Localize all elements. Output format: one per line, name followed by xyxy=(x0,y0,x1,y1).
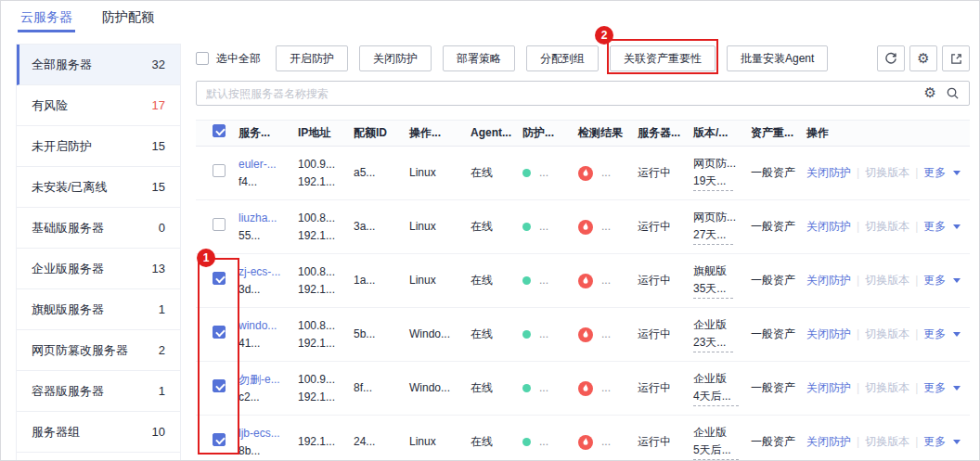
col-os: 操作... xyxy=(406,124,467,142)
server-table: 服务... IP地址 配额ID 操作... Agent... 防护... 检测结… xyxy=(196,120,970,461)
sidebar-item-unprotected[interactable]: 未开启防护 15 xyxy=(17,126,180,167)
sidebar-item-label: 企业版服务器 xyxy=(32,261,104,277)
server-name-link[interactable]: liuzha... xyxy=(239,210,294,227)
asset-importance-highlight-wrap: 2 关联资产重要性 xyxy=(610,45,716,71)
col-protection-status: 防护... xyxy=(519,124,574,142)
row-more-link[interactable]: 更多 xyxy=(923,164,946,182)
cell-server-name: windo... 41... xyxy=(235,317,294,352)
disable-protection-button[interactable]: 关闭防护 xyxy=(359,45,432,71)
header-checkbox[interactable] xyxy=(213,124,226,137)
row-disable-protection-link[interactable]: 关闭防护 xyxy=(806,272,851,289)
tab-protection-quota[interactable]: 防护配额 xyxy=(99,1,157,32)
ip-line2: 192.1... xyxy=(298,173,350,191)
row-more-link[interactable]: 更多 xyxy=(923,379,946,397)
export-button[interactable] xyxy=(942,45,970,71)
server-name-link[interactable]: ljb-ecs... xyxy=(239,425,294,442)
row-checkbox[interactable] xyxy=(213,326,226,339)
row-switch-edition-link[interactable]: 切换版本 xyxy=(865,164,909,182)
row-switch-edition-link[interactable]: 切换版本 xyxy=(865,272,909,289)
row-more-link[interactable]: 更多 xyxy=(923,272,946,289)
row-switch-edition-link[interactable]: 切换版本 xyxy=(865,379,909,397)
sidebar-item-not-installed-offline[interactable]: 未安装/已离线 15 xyxy=(17,167,180,208)
row-more-link[interactable]: 更多 xyxy=(923,326,946,343)
row-disable-protection-link[interactable]: 关闭防护 xyxy=(806,164,851,182)
cell-server-status: 运行中 xyxy=(634,164,690,182)
cell-agent-status: 在线 xyxy=(467,433,519,451)
server-name-link[interactable]: zj-ecs-... xyxy=(239,263,294,281)
server-name-link[interactable]: euler-... xyxy=(239,156,294,173)
row-disable-protection-link[interactable]: 关闭防护 xyxy=(806,433,851,451)
enable-protection-button[interactable]: 开启防护 xyxy=(276,45,348,71)
refresh-button[interactable] xyxy=(877,45,905,71)
action-divider xyxy=(915,326,918,343)
server-name-link[interactable]: windo... xyxy=(239,317,294,335)
sidebar-item-at-risk[interactable]: 有风险 17 xyxy=(17,85,180,126)
sidebar-item-enterprise-edition[interactable]: 企业版服务器 13 xyxy=(17,249,180,289)
cell-ip: 192.1... xyxy=(294,433,350,451)
expiry-line[interactable]: 23天... xyxy=(693,334,733,353)
row-switch-edition-link[interactable]: 切换版本 xyxy=(865,433,909,451)
ip-line1: 100.8... xyxy=(298,317,350,335)
sidebar-item-count: 15 xyxy=(152,139,165,153)
cell-asset-importance: 一般资产 xyxy=(745,164,803,182)
row-more-link[interactable]: 更多 xyxy=(923,218,946,236)
cell-version: 企业版 5天后... xyxy=(690,424,745,460)
protection-ellipsis: ... xyxy=(539,379,548,397)
table-settings-button[interactable]: ⚙ xyxy=(909,45,937,71)
action-divider xyxy=(857,326,859,343)
expiry-line[interactable]: 19天... xyxy=(693,173,733,192)
select-all-control[interactable]: 选中全部 xyxy=(196,51,261,67)
sidebar-item-container-edition[interactable]: 容器版服务器 1 xyxy=(17,371,180,412)
expiry-line[interactable]: 4天后... xyxy=(693,388,739,407)
cell-version: 企业版 4天后... xyxy=(690,370,745,406)
sidebar-item-premium-edition[interactable]: 旗舰版服务器 1 xyxy=(17,289,180,330)
search-icon[interactable] xyxy=(946,86,960,100)
cell-os: Linux xyxy=(406,433,467,451)
row-checkbox[interactable] xyxy=(213,379,226,392)
row-checkbox[interactable] xyxy=(213,272,226,285)
col-agent-status: Agent... xyxy=(467,124,519,142)
row-checkbox[interactable] xyxy=(213,433,226,446)
sidebar-item-server-groups[interactable]: 服务器组 10 xyxy=(17,412,180,453)
cell-detection-result: ... xyxy=(574,379,634,397)
cell-agent-status: 在线 xyxy=(467,379,519,397)
row-checkbox[interactable] xyxy=(213,164,226,177)
expiry-line[interactable]: 35天... xyxy=(693,280,733,300)
row-more-link[interactable]: 更多 xyxy=(923,433,946,451)
action-divider xyxy=(915,379,918,397)
caret-down-icon xyxy=(953,440,961,444)
expiry-line[interactable]: 27天... xyxy=(693,226,733,246)
top-tab-bar: 云服务器 防护配额 xyxy=(1,1,979,32)
cell-os: Linux xyxy=(406,164,467,182)
batch-install-agent-button[interactable]: 批量安装Agent xyxy=(727,45,828,71)
table-row: ljb-ecs... 8b... 192.1... 24... Linux 在线… xyxy=(196,416,970,461)
cell-detection-result: ... xyxy=(574,433,634,451)
sidebar-item-basic-edition[interactable]: 基础版服务器 0 xyxy=(17,208,180,249)
row-switch-edition-link[interactable]: 切换版本 xyxy=(865,218,909,236)
detection-ellipsis: ... xyxy=(601,272,611,289)
row-disable-protection-link[interactable]: 关闭防护 xyxy=(806,379,851,397)
action-divider xyxy=(857,272,859,289)
tab-cloud-servers[interactable]: 云服务器 xyxy=(18,1,75,32)
row-switch-edition-link[interactable]: 切换版本 xyxy=(865,326,909,343)
search-settings-icon[interactable]: ⚙ xyxy=(924,86,936,100)
deploy-policy-button[interactable]: 部署策略 xyxy=(443,45,515,71)
server-name-line2: 41... xyxy=(239,335,294,352)
server-name-link[interactable]: 勿删-e... xyxy=(239,371,294,389)
sidebar-item-all-servers[interactable]: 全部服务器 32 xyxy=(17,45,180,85)
cell-protection-status: ... xyxy=(519,433,574,451)
row-disable-protection-link[interactable]: 关闭防护 xyxy=(806,218,851,236)
cell-agent-status: 在线 xyxy=(467,218,519,236)
expiry-line[interactable]: 5天后... xyxy=(693,442,739,461)
content-area: 全部服务器 32 有风险 17 未开启防护 15 未安装/已离线 15 基础版服… xyxy=(1,32,979,461)
sidebar-item-label: 全部服务器 xyxy=(32,57,92,73)
assign-to-group-button[interactable]: 分配到组 xyxy=(526,45,599,71)
search-input[interactable] xyxy=(206,87,915,100)
sidebar-item-wtp-edition[interactable]: 网页防篡改服务器 2 xyxy=(17,330,180,371)
col-server-name: 服务... xyxy=(235,124,294,142)
row-disable-protection-link[interactable]: 关闭防护 xyxy=(806,326,851,343)
select-all-checkbox[interactable] xyxy=(196,52,209,65)
row-checkbox[interactable] xyxy=(213,218,226,231)
server-name-line2: 55... xyxy=(239,227,294,245)
associate-asset-importance-button[interactable]: 关联资产重要性 xyxy=(610,45,716,71)
